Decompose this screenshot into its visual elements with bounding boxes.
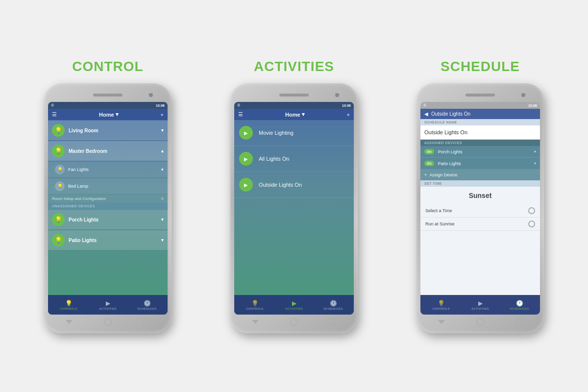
config-row[interactable]: Room Setup and Configuration ≡ (48, 195, 168, 203)
time-option-select[interactable]: Select a Time (420, 204, 540, 218)
bed-lamp-label: Bed Lamp (68, 184, 164, 189)
schedules-label-2: SCHEDULES (323, 307, 343, 310)
home-btn-2 (290, 318, 298, 326)
list-item[interactable]: 💡 Bed Lamp (48, 178, 168, 194)
recents-btn-1 (143, 318, 150, 325)
list-item[interactable]: 💡 Fan Lights ▾ (48, 162, 168, 177)
schedules-icon-3: 🕐 (516, 300, 523, 307)
chevron-down-icon-2: ▾ (302, 111, 305, 118)
phone-bottom-3 (420, 315, 540, 327)
list-item[interactable]: On Patio Lights ▾ (420, 158, 540, 170)
list-item[interactable]: ▶ All Lights On (234, 146, 354, 172)
list-item[interactable]: 💡 Living Room ▾ (48, 121, 168, 140)
activity-movie: Movie Lighting (259, 130, 294, 136)
sunrise-label: Run at Sunrise (425, 221, 455, 226)
nav-activities-2[interactable]: ▶ ACTIVITIES (274, 300, 314, 310)
schedules-icon-1: 🕐 (144, 300, 151, 307)
home-btn-1 (104, 318, 112, 326)
list-item[interactable]: ▶ Movie Lighting (234, 120, 354, 146)
status-icons-2: ☰ (237, 103, 240, 107)
controls-icon: 💡 (65, 300, 73, 307)
master-bedroom-icon: 💡 (52, 145, 65, 157)
on-badge-patio: On (424, 161, 434, 166)
phone-bottom-2 (234, 315, 354, 327)
list-item[interactable]: 💡 Porch Lights ▾ (48, 210, 168, 229)
status-time-2: 10:06 (342, 104, 351, 107)
activities-title: ACTIVITIES (254, 59, 334, 74)
list-item[interactable]: On Porch Lights ▾ (420, 146, 540, 158)
schedule-name-label: SCHEDULE NAME (420, 119, 540, 125)
chevron-icon-porch: ▾ (161, 217, 164, 222)
bottom-nav-3: 💡 CONTROLS ▶ ACTIVITIES 🕐 SCHEDULES (420, 295, 540, 315)
plus-icon-1[interactable]: + (161, 112, 164, 118)
play-icon-1[interactable]: ▶ (239, 126, 253, 140)
nav-schedules-1[interactable]: 🕐 SCHEDULES (127, 300, 167, 310)
controls-label-2: CONTROLS (246, 307, 264, 310)
schedules-label-3: SCHEDULES (510, 307, 529, 310)
nav-schedules-3[interactable]: 🕐 SCHEDULES (500, 300, 539, 310)
select-time-radio[interactable] (528, 207, 535, 214)
app-header-1[interactable]: ☰ Home ▾ + (48, 109, 168, 120)
time-option-sunrise[interactable]: Run at Sunrise (420, 218, 540, 231)
status-bar-2: ☰ 10:06 (234, 102, 354, 109)
activities-label-1: ACTIVITIES (99, 307, 117, 310)
living-room-label: Living Room (69, 128, 161, 133)
assigned-section: ASSIGNED DEVICES On Porch Lights ▾ On Pa… (420, 140, 540, 180)
activities-icon-1: ▶ (106, 300, 110, 307)
chevron-icon-living: ▾ (161, 128, 164, 133)
activities-section: ACTIVITIES ☰ 10:06 ☰ Home ▾ + (206, 59, 382, 333)
status-icons-1: ☰ (51, 103, 54, 107)
home-label-1[interactable]: Home ▾ (99, 111, 119, 118)
play-icon-3[interactable]: ▶ (239, 178, 253, 192)
nav-activities-1[interactable]: ▶ ACTIVITIES (88, 300, 127, 310)
back-btn-3 (438, 320, 445, 324)
hamburger-icon-2: ☰ (238, 111, 243, 118)
schedule-phone: ☰ 10:06 ◀ Outside Lights On SCHEDULE NAM… (416, 83, 544, 333)
back-arrow-icon[interactable]: ◀ (424, 111, 428, 117)
bottom-nav-2: 💡 CONTROLS ▶ ACTIVITIES 🕐 SCHEDULES (234, 295, 354, 315)
nav-schedules-2[interactable]: 🕐 SCHEDULES (314, 300, 353, 310)
recents-btn-2 (329, 318, 336, 325)
activities-label-2: ACTIVITIES (285, 307, 303, 310)
config-label: Room Setup and Configuration (52, 196, 106, 201)
schedules-label-1: SCHEDULES (137, 307, 156, 310)
back-btn-1 (66, 320, 73, 324)
nav-controls[interactable]: 💡 CONTROLS (49, 300, 88, 310)
list-item[interactable]: ▶ Outside Lights On (234, 172, 354, 198)
activities-phone: ☰ 10:06 ☰ Home ▾ + ▶ Movie Lighting (230, 83, 358, 333)
nav-controls-2[interactable]: 💡 CONTROLS (235, 300, 274, 310)
activities-label-3: ACTIVITIES (471, 307, 489, 310)
schedule-name-field[interactable]: Outside Lights On (420, 125, 540, 140)
schedule-title: SCHEDULE (441, 59, 520, 74)
home-label-2[interactable]: Home ▾ (285, 111, 305, 118)
living-room-icon: 💡 (52, 124, 65, 137)
on-badge-porch: On (424, 149, 434, 154)
status-icons-3: ☰ (423, 103, 426, 107)
list-item[interactable]: 💡 Patio Lights ▾ (48, 230, 168, 250)
nav-controls-3[interactable]: 💡 CONTROLS (421, 300, 461, 310)
patio-lights-sched: Patio Lights (438, 161, 534, 166)
porch-lights-label: Porch Lights (69, 217, 161, 222)
master-bedroom-label: Master Bedroom (69, 148, 161, 154)
porch-lights-icon: 💡 (52, 213, 65, 226)
phone-speaker-3 (466, 94, 495, 97)
page-container: CONTROL ☰ 10:06 ☰ Home (0, 49, 588, 343)
nav-activities-3[interactable]: ▶ ACTIVITIES (461, 300, 500, 310)
app-header-2[interactable]: ☰ Home ▾ + (234, 109, 354, 120)
patio-lights-label: Patio Lights (69, 238, 161, 243)
play-icon-2[interactable]: ▶ (239, 152, 253, 166)
bottom-nav-1: 💡 CONTROLS ▶ ACTIVITIES 🕐 SCHEDULES (48, 295, 168, 315)
control-title: CONTROL (72, 59, 143, 74)
config-menu-icon: ≡ (161, 196, 164, 201)
plus-icon-2[interactable]: + (347, 112, 350, 118)
sunrise-radio[interactable] (528, 220, 535, 227)
list-item[interactable]: 💡 Master Bedroom ▴ (48, 141, 168, 161)
fan-lights-icon: 💡 (55, 165, 65, 174)
assign-device-row[interactable]: + Assign Device (420, 170, 540, 180)
phone-bottom-1 (48, 315, 168, 327)
sunset-text: Sunset (420, 187, 540, 204)
control-section: CONTROL ☰ 10:06 ☰ Home (20, 59, 196, 333)
phone-camera-2 (335, 93, 339, 97)
control-phone: ☰ 10:06 ☰ Home ▾ + 💡 (44, 83, 172, 333)
schedule-header[interactable]: ◀ Outside Lights On (420, 109, 540, 119)
